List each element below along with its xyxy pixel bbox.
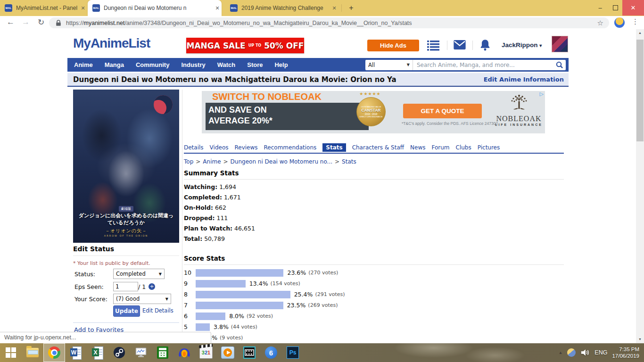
scrollbar-thumb[interactable] — [636, 40, 644, 141]
breadcrumb-anime-title[interactable]: Dungeon ni Deai wo Motomeru no... — [231, 158, 332, 165]
status-select[interactable]: Completed ▼ — [113, 269, 165, 279]
medal-stars-icon: ★★★★★ — [355, 91, 385, 96]
eps-increment-button[interactable]: + — [149, 283, 155, 290]
wmp-button[interactable] — [217, 343, 239, 362]
hide-ads-button[interactable]: Hide Ads — [367, 40, 419, 51]
search-input[interactable] — [413, 60, 553, 70]
reload-icon[interactable]: ↻ — [38, 17, 44, 27]
browser-tab-3[interactable]: MAL 2019 Anime Watching Challenge ✕ — [225, 0, 339, 16]
window-restore-button[interactable] — [608, 0, 622, 16]
tab-clubs[interactable]: Clubs — [456, 144, 471, 151]
file-explorer-button[interactable] — [22, 343, 43, 362]
username-menu[interactable]: JackRippon ▾ — [502, 41, 542, 49]
window-minimize-button[interactable]: – — [593, 0, 607, 16]
anime-title-bar: Dungeon ni Deai wo Motomeru no wa Machig… — [67, 73, 569, 87]
promo-banner[interactable]: MANGA SALE UP TO 50% OFF — [186, 38, 304, 53]
crescent-moon-decor — [154, 95, 173, 114]
site-navbar: Anime Manga Community Industry Watch Sto… — [67, 58, 569, 72]
tab-recommendations[interactable]: Recommendations — [264, 144, 317, 151]
edit-anime-info-link[interactable]: Edit Anime Information — [484, 76, 564, 83]
browser-menu-icon[interactable]: ⋮ — [632, 17, 639, 26]
search-filter-select[interactable]: All ▼ — [365, 60, 413, 70]
nav-item-anime[interactable]: Anime — [74, 61, 93, 68]
language-indicator[interactable]: ENG — [594, 349, 607, 356]
tray-app-icon[interactable] — [567, 348, 576, 357]
scroll-down-icon[interactable]: ▼ — [636, 336, 644, 343]
messages-envelope-icon[interactable] — [454, 40, 466, 49]
your-score-select[interactable]: (7) Good ▼ — [113, 294, 171, 304]
breadcrumb-stats[interactable]: Stats — [342, 158, 356, 165]
clock[interactable]: 7:35 PM17/06/2019 — [612, 346, 639, 359]
nav-item-community[interactable]: Community — [136, 61, 170, 68]
user-avatar[interactable] — [552, 36, 568, 52]
tab-close-icon[interactable]: ✕ — [79, 5, 87, 11]
tree-icon — [508, 91, 530, 112]
breadcrumb-top[interactable]: Top — [184, 158, 193, 165]
nav-item-help[interactable]: Help — [274, 61, 288, 68]
update-button[interactable]: Update — [113, 305, 140, 317]
forward-icon[interactable]: → — [22, 17, 30, 27]
tab-pictures[interactable]: Pictures — [478, 144, 500, 151]
start-button[interactable] — [0, 343, 22, 362]
excel-button[interactable]: X — [87, 343, 108, 362]
browser-status-text: Waiting for jp-u.openx.net... — [0, 332, 211, 343]
browser-tab-2-active[interactable]: MAL Dungeon ni Deai wo Motomeru n ✕ — [88, 0, 222, 16]
get-a-quote-button[interactable]: GET A QUOTE — [403, 104, 482, 118]
chrome-button-active[interactable] — [43, 343, 65, 362]
steam-button[interactable] — [108, 343, 130, 362]
nav-item-industry[interactable]: Industry — [181, 61, 205, 68]
video-editor-button[interactable] — [239, 343, 260, 362]
tab-reviews[interactable]: Reviews — [234, 144, 257, 151]
scroll-up-icon[interactable]: ▲ — [636, 29, 644, 37]
resource-monitor-button[interactable] — [130, 343, 152, 362]
windows-media-player-icon — [221, 346, 234, 359]
mpc-hc-button[interactable]: 321 — [195, 343, 217, 362]
tab-details[interactable]: Details — [184, 144, 204, 151]
tab-characters-staff[interactable]: Characters & Staff — [352, 144, 404, 151]
sidebar-divider — [73, 322, 179, 323]
word-button[interactable]: W — [65, 343, 87, 362]
notifications-bell-icon[interactable] — [479, 39, 491, 51]
edit-details-link[interactable]: Edit Details — [142, 307, 173, 314]
site-logo[interactable]: MyAnimeList — [73, 36, 150, 51]
blue-utility-button[interactable]: 6 — [260, 343, 282, 362]
score-row-6: 68.0%(92 votes) — [184, 311, 273, 321]
nav-item-manga[interactable]: Manga — [105, 61, 124, 68]
tab-stats-active[interactable]: Stats — [322, 143, 346, 152]
taskbar: W X — [0, 343, 644, 362]
score-bar — [196, 313, 225, 320]
nav-item-store[interactable]: Store — [247, 61, 263, 68]
tab-forum[interactable]: Forum — [432, 144, 450, 151]
tab-news[interactable]: News — [410, 144, 425, 151]
media-player-classic-icon: 321 — [199, 346, 213, 359]
stat-watching: Watching: 1,694 — [184, 183, 236, 190]
list-icon[interactable] — [427, 40, 439, 51]
window-close-button[interactable]: ✕ — [622, 0, 644, 16]
tray-chevron-icon[interactable]: ▲ — [558, 350, 562, 355]
back-icon[interactable]: ← — [7, 17, 15, 27]
tab-separator — [341, 4, 342, 12]
restore-icon — [613, 5, 618, 10]
nobleoak-logo: NOBLEOAK LIFE INSURANCE — [485, 91, 545, 126]
photoshop-button[interactable]: Ps — [282, 343, 304, 362]
tab-close-icon[interactable]: ✕ — [330, 5, 339, 11]
eps-seen-input[interactable] — [113, 282, 138, 291]
url-bar[interactable]: https://myanimelist.net/anime/37348/Dung… — [49, 17, 609, 28]
bookmark-star-icon[interactable]: ☆ — [597, 19, 603, 27]
new-tab-button[interactable]: + — [347, 3, 356, 13]
ad-banner[interactable]: SWITCH TO NOBLEOAK AND SAVE ONAVERAGE 20… — [202, 91, 545, 133]
breadcrumb: Top>Anime>Dungeon ni Deai wo Motomeru no… — [184, 158, 356, 165]
breadcrumb-anime[interactable]: Anime — [203, 158, 221, 165]
volume-icon[interactable] — [580, 348, 590, 357]
tab-videos[interactable]: Videos — [210, 144, 229, 151]
calculator-button[interactable] — [152, 343, 173, 362]
browser-tab-1[interactable]: MAL MyAnimeList.net - Panel ✕ — [0, 0, 87, 16]
nav-item-watch[interactable]: Watch — [217, 61, 236, 68]
page-scrollbar[interactable]: ▲ ▼ — [636, 29, 644, 343]
anime-poster[interactable]: 劇場版 ダンジョンに出会いを求めるのは間違っているだろうか －オリオンの矢－ A… — [73, 90, 179, 243]
audacity-button[interactable] — [173, 343, 195, 362]
tab-close-icon[interactable]: ✕ — [213, 5, 222, 11]
search-button[interactable] — [553, 60, 566, 70]
browser-profile-avatar[interactable] — [614, 17, 625, 28]
adchoices-icon[interactable]: ▷ — [540, 91, 544, 97]
